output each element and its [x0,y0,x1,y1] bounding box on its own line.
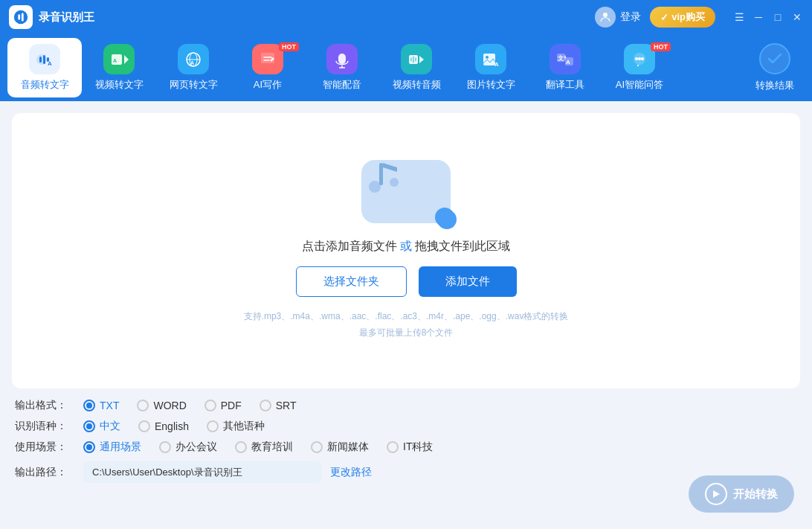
tab-translate-label: 翻译工具 [546,78,584,92]
add-file-button[interactable]: 添加文件 [419,266,517,297]
menu-button[interactable]: ☰ [733,11,745,23]
format-txt-radio[interactable] [83,400,95,411]
scene-general-radio[interactable] [83,441,95,453]
lang-chinese-radio[interactable] [83,420,95,432]
format-word[interactable]: WORD [137,400,186,411]
scene-education[interactable]: 教育培训 [235,440,293,454]
svg-rect-35 [379,163,383,185]
scene-education-radio[interactable] [235,441,247,453]
svg-point-34 [390,178,399,187]
window-controls: ☰ ─ □ ✕ [733,11,803,23]
lang-chinese-label: 中文 [100,420,120,433]
svg-rect-5 [39,57,42,62]
tab-translate[interactable]: 文 A 翻译工具 [528,38,602,97]
svg-marker-37 [713,490,720,498]
format-srt-label: SRT [276,400,297,411]
tab-img-to-text[interactable]: A 图片转文字 [454,38,528,97]
smart-dub-icon [326,44,358,74]
maximize-button[interactable]: □ [772,11,784,23]
output-format-group: TXT WORD PDF SRT [83,400,297,411]
path-input[interactable] [83,461,321,483]
tab-web-to-text-label: 网页转文字 [170,78,218,92]
tab-ai-qa[interactable]: HOT AI智能问答 [602,38,677,97]
drop-zone-icon: + [361,160,451,227]
svg-marker-36 [383,163,397,172]
tab-video-to-audio[interactable]: 视频转音频 [379,38,454,97]
scene-it[interactable]: IT科技 [387,440,433,454]
web-to-text-icon: A [178,44,209,74]
tab-ai-write[interactable]: HOT AI写作 [231,38,305,97]
app-logo [9,5,33,29]
lang-english-label: English [155,420,189,432]
format-pdf-label: PDF [221,400,242,411]
vip-button[interactable]: ✓ vip购买 [650,7,715,28]
svg-text:文: 文 [558,54,564,62]
format-pdf[interactable]: PDF [204,400,242,411]
close-button[interactable]: ✕ [791,11,803,23]
scene-news-radio[interactable] [311,441,323,453]
tab-video-to-text[interactable]: A 视频转文字 [82,38,156,97]
svg-text:A: A [566,59,570,65]
output-path-label: 输出路径： [15,466,68,479]
convert-result-icon [759,43,790,74]
svg-rect-2 [22,13,24,22]
drop-zone-buttons: 选择文件夹 添加文件 [296,266,517,297]
scene-general-label: 通用场景 [100,440,141,454]
format-word-radio[interactable] [137,400,149,411]
select-folder-button[interactable]: 选择文件夹 [296,266,407,297]
svg-point-23 [486,56,489,59]
translate-icon: 文 A [550,44,581,74]
drop-zone-link-word: 或 [400,240,412,252]
change-path-button[interactable]: 更改路径 [330,466,372,479]
start-convert-button[interactable]: 开始转换 [689,475,794,513]
lang-other-radio[interactable] [207,420,219,432]
tab-audio-to-text[interactable]: A 音频转文字 [7,38,82,97]
scene-label: 使用场景： [15,440,68,454]
ai-write-hot-badge: HOT [279,42,299,51]
language-row: 识别语种： 中文 English 其他语种 [15,420,797,433]
app-title: 录音识别王 [39,10,94,25]
format-word-label: WORD [153,400,186,411]
scene-office-radio[interactable] [159,441,171,453]
title-bar-right: 登录 ✓ vip购买 ☰ ─ □ ✕ [595,7,803,28]
minimize-button[interactable]: ─ [753,11,764,23]
scene-news[interactable]: 新闻媒体 [311,440,369,454]
tab-video-to-text-label: 视频转文字 [95,78,144,92]
svg-rect-17 [338,54,346,64]
format-srt[interactable]: SRT [260,400,297,411]
lang-chinese[interactable]: 中文 [83,420,120,433]
drop-zone-text: 点击添加音频文件 或 拖拽文件到此区域 [302,239,511,254]
drop-hint-line1: 支持.mp3、.m4a、.wma、.aac、.flac、.ac3、.m4r、.a… [244,309,569,325]
tab-convert-result[interactable]: 转换结果 [745,38,805,97]
scene-row: 使用场景： 通用场景 办公会议 教育培训 新闻媒体 IT科技 [15,440,797,454]
vip-label: vip购买 [671,10,705,24]
scene-general[interactable]: 通用场景 [83,440,141,454]
format-srt-radio[interactable] [260,400,271,411]
drop-zone[interactable]: + 点击添加音频文件 或 拖拽文件到此区域 选择文件夹 添加文件 支持.mp3、… [12,113,800,388]
svg-point-33 [369,181,381,193]
scene-office[interactable]: 办公会议 [159,440,217,454]
output-path-row: 输出路径： 更改路径 [15,461,797,483]
format-pdf-radio[interactable] [204,400,216,411]
scene-news-label: 新闻媒体 [327,440,369,454]
format-txt-label: TXT [100,400,119,411]
scene-it-radio[interactable] [387,441,399,453]
format-txt[interactable]: TXT [83,400,119,411]
svg-marker-21 [419,56,424,63]
start-play-icon [705,483,727,505]
tab-smart-dub[interactable]: 智能配音 [305,38,379,97]
svg-rect-1 [18,14,20,19]
svg-text:A: A [48,60,52,67]
nav-tabs: A 音频转文字 A 视频转文字 A 网页转文字 HOT [0,34,812,101]
lang-english[interactable]: English [138,420,189,432]
ai-qa-hot-badge: HOT [651,42,671,51]
main-content: + 点击添加音频文件 或 拖拽文件到此区域 选择文件夹 添加文件 支持.mp3、… [0,101,812,388]
video-to-audio-icon [401,44,432,74]
lang-english-radio[interactable] [138,420,150,432]
add-plus-icon: + [435,208,454,227]
tab-web-to-text[interactable]: A 网页转文字 [156,38,231,97]
lang-other[interactable]: 其他语种 [207,420,265,433]
login-button[interactable]: 登录 [595,7,641,28]
audio-to-text-icon: A [29,44,60,74]
avatar [595,7,616,28]
